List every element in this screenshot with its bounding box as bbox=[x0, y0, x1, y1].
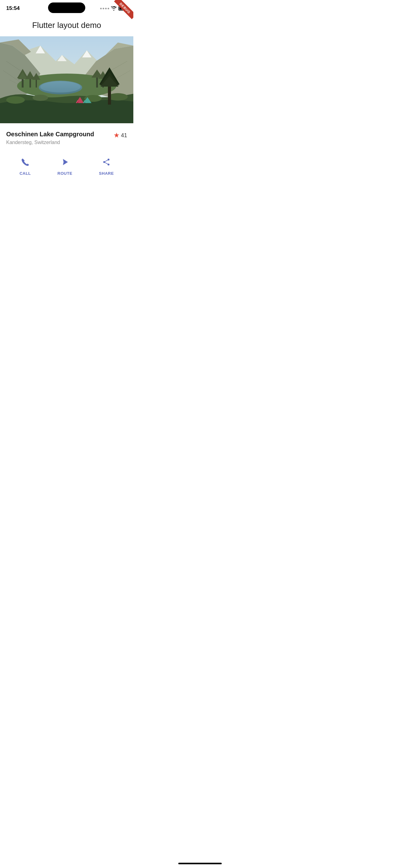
call-button[interactable]: CALL bbox=[13, 155, 37, 178]
location-section: Oeschinen Lake Campground Kandersteg, Sw… bbox=[0, 123, 133, 150]
status-icons bbox=[100, 6, 127, 10]
location-name: Oeschinen Lake Campground bbox=[6, 131, 113, 138]
status-time: 15:54 bbox=[6, 5, 20, 11]
rating-count: 41 bbox=[121, 132, 127, 139]
location-text: Oeschinen Lake Campground Kandersteg, Sw… bbox=[6, 131, 113, 145]
svg-rect-23 bbox=[96, 77, 98, 88]
wifi-icon bbox=[111, 6, 116, 10]
route-label: ROUTE bbox=[57, 171, 72, 176]
status-bar: 15:54 bbox=[0, 0, 133, 16]
svg-line-47 bbox=[104, 160, 108, 162]
battery-icon bbox=[119, 6, 127, 10]
svg-point-30 bbox=[33, 95, 48, 101]
star-icon: ★ bbox=[113, 131, 120, 140]
svg-rect-21 bbox=[36, 79, 37, 88]
svg-marker-43 bbox=[63, 159, 68, 165]
share-icon bbox=[102, 158, 111, 168]
svg-rect-19 bbox=[29, 78, 31, 88]
route-button[interactable]: ROUTE bbox=[51, 155, 78, 178]
share-button[interactable]: SHARE bbox=[93, 155, 120, 178]
rating-section: ★ 41 bbox=[113, 131, 127, 140]
location-address: Kandersteg, Switzerland bbox=[6, 140, 113, 145]
route-icon bbox=[61, 158, 69, 168]
app-title: Flutter layout demo bbox=[0, 16, 133, 36]
call-icon bbox=[21, 158, 29, 168]
svg-point-28 bbox=[40, 81, 80, 93]
svg-point-29 bbox=[6, 96, 25, 104]
svg-line-48 bbox=[104, 162, 108, 164]
action-row: CALL ROUTE SHARE bbox=[0, 150, 133, 186]
call-label: CALL bbox=[20, 171, 31, 176]
dynamic-island bbox=[48, 2, 85, 13]
share-label: SHARE bbox=[99, 171, 114, 176]
signal-icon bbox=[100, 8, 109, 9]
hero-image bbox=[0, 36, 133, 123]
